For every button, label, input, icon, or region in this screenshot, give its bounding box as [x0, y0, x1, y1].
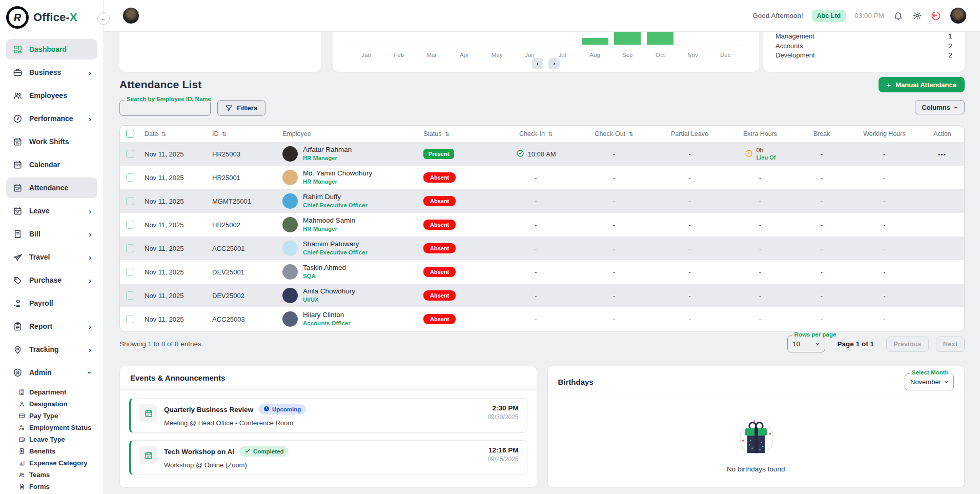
company-badge[interactable]: Abc Ltd	[812, 10, 846, 22]
month-select[interactable]: November ›	[905, 374, 953, 390]
row-checkbox-cell	[120, 142, 140, 166]
filters-button[interactable]: Filters	[217, 100, 266, 116]
sidebar-item-bill[interactable]: Bill›	[6, 224, 97, 244]
column-header-id[interactable]: ID⇅	[208, 126, 278, 142]
sidebar-subitem-teams[interactable]: Teams	[18, 469, 97, 481]
chart-next-button[interactable]: ›	[548, 58, 560, 69]
sidebar-subitem-designation[interactable]: Designation	[18, 398, 97, 410]
column-header-date[interactable]: Date⇅	[140, 126, 208, 142]
sort-icon[interactable]: ⇅	[628, 131, 633, 137]
employee[interactable]: Shamim PatowaryChief Executive Officer	[282, 240, 415, 256]
row-checkbox[interactable]	[126, 197, 134, 205]
chart-bar[interactable]	[647, 32, 673, 45]
next-page-button[interactable]: Next	[936, 337, 965, 352]
sort-icon[interactable]: ⇅	[444, 131, 449, 137]
check-in-cell: -	[496, 236, 576, 260]
sidebar-item-label: Tracking	[29, 345, 59, 353]
gear-icon[interactable]	[912, 11, 922, 21]
column-header-check-out[interactable]: Check-Out⇅	[576, 126, 652, 142]
employee[interactable]: Arfatur RahmanHR Manager	[282, 146, 415, 162]
chart-prev-button[interactable]: ‹	[532, 58, 543, 69]
chart-bar[interactable]	[614, 32, 641, 45]
row-checkbox[interactable]	[126, 244, 134, 252]
sidebar-subitem-pay-type[interactable]: Pay Type	[18, 410, 97, 422]
sidebar-item-business[interactable]: Business›	[6, 62, 97, 83]
sidebar-item-dashboard[interactable]: Dashboard	[6, 39, 97, 60]
sidebar-item-admin[interactable]: Admin›	[6, 362, 97, 383]
row-checkbox[interactable]	[126, 221, 134, 229]
extra-hours-cell: -	[727, 166, 793, 189]
leave-type-icon	[18, 436, 25, 443]
action-cell: •••	[919, 142, 965, 166]
break-cell: -	[793, 213, 850, 236]
sort-icon[interactable]: ⇅	[222, 131, 227, 137]
previous-page-button[interactable]: Previous	[886, 337, 929, 352]
chart-x-tick: Aug	[579, 52, 611, 58]
column-header-status[interactable]: Status⇅	[419, 126, 496, 142]
bell-icon[interactable]	[893, 11, 903, 21]
sidebar-subitem-expense-category[interactable]: Expense Category	[18, 457, 97, 469]
sidebar-item-tracking[interactable]: Tracking›	[6, 339, 97, 360]
sidebar-item-travel[interactable]: Travel›	[6, 247, 97, 267]
user-avatar[interactable]	[950, 7, 967, 24]
date-cell: Nov 11, 2025	[140, 236, 208, 260]
employee[interactable]: Hilary ClintonAccounts Officer	[282, 311, 415, 327]
sort-icon[interactable]: ⇅	[161, 131, 166, 137]
sidebar-item-performance[interactable]: Performance›	[6, 108, 97, 129]
employee[interactable]: Taskin AhmedSQA	[282, 264, 415, 280]
row-checkbox[interactable]	[126, 315, 134, 323]
event-title-row: Quarterly Business ReviewUpcoming	[164, 404, 481, 414]
action-menu-button[interactable]: •••	[938, 152, 947, 157]
lieu-of-link[interactable]: Lieu Of	[757, 154, 776, 161]
sidebar-item-label: Business	[29, 68, 61, 76]
sidebar-subitem-forms[interactable]: Forms	[18, 481, 97, 492]
column-header-check-in[interactable]: Check-In⇅	[496, 126, 576, 142]
topbar-left-avatar[interactable]	[122, 7, 139, 24]
employee[interactable]: Rahim DuffyChief Executive Officer	[282, 193, 415, 209]
columns-button[interactable]: Columns ›	[915, 100, 965, 114]
partial-leave-cell: -	[652, 166, 727, 189]
sort-icon[interactable]: ⇅	[548, 131, 553, 137]
employee[interactable]: Anila ChowdhuryUI/UX	[282, 287, 415, 304]
sidebar-subitem-benefits[interactable]: Benefits	[18, 445, 97, 457]
row-checkbox[interactable]	[126, 268, 134, 276]
row-checkbox-cell	[120, 307, 140, 331]
sidebar-item-work-shifts[interactable]: Work Shifts	[6, 131, 97, 152]
select-all-checkbox[interactable]	[126, 130, 134, 138]
event-item[interactable]: Tech Workshop on AICompletedWorkshop @ O…	[129, 440, 527, 475]
sidebar-item-report[interactable]: Report›	[6, 316, 97, 337]
check-out-cell: -	[576, 284, 652, 307]
sidebar-item-leave[interactable]: Leave›	[6, 201, 97, 221]
table-row: Nov 11, 2025ACC25001Shamim PatowaryChief…	[120, 236, 965, 260]
manual-attendance-button[interactable]: + Manual Attendance	[879, 77, 965, 92]
sidebar-subitem-employment-status[interactable]: Employment Status	[18, 422, 97, 433]
row-checkbox[interactable]	[126, 150, 134, 158]
extra-hours: 0hLieu Of	[745, 147, 776, 161]
employee[interactable]: Md. Yamin ChowdhuryHR Manager	[282, 169, 415, 186]
action-cell	[919, 260, 965, 284]
chart-bar-slot	[415, 32, 448, 45]
sidebar-item-purchase[interactable]: Purchase›	[6, 270, 97, 290]
sidebar-item-employees[interactable]: Employees	[6, 85, 97, 106]
sidebar-item-payroll[interactable]: Payroll	[6, 293, 97, 313]
column-header-label: Break	[813, 130, 830, 137]
row-checkbox[interactable]	[126, 173, 134, 182]
sidebar-collapse-button[interactable]: ←	[97, 12, 110, 25]
action-cell	[919, 166, 965, 189]
sidebar-item-calendar[interactable]: Calendar	[6, 154, 97, 175]
column-header-label: Check-Out	[595, 130, 626, 137]
rows-per-page-value: 10	[793, 340, 800, 348]
search-input[interactable]	[120, 101, 210, 115]
employee[interactable]: Mahmood SaminHR Manager	[282, 216, 415, 233]
row-checkbox[interactable]	[126, 291, 134, 300]
chart-bar[interactable]	[582, 38, 608, 45]
logout-icon[interactable]	[931, 11, 941, 21]
sidebar-item-attendance[interactable]: Attendance	[6, 177, 97, 198]
column-header-working-hours: Working Hours	[850, 126, 919, 142]
column-header-action: Action	[919, 126, 965, 142]
sidebar-subitem-leave-type[interactable]: Leave Type	[18, 433, 97, 445]
table-row: Nov 11, 2025DEV25002Anila ChowdhuryUI/UX…	[120, 284, 965, 307]
rows-per-page-select[interactable]: 10 ›	[788, 336, 825, 352]
event-item[interactable]: Quarterly Business ReviewUpcomingMeeting…	[129, 398, 527, 433]
sidebar-subitem-department[interactable]: Department	[18, 386, 97, 398]
